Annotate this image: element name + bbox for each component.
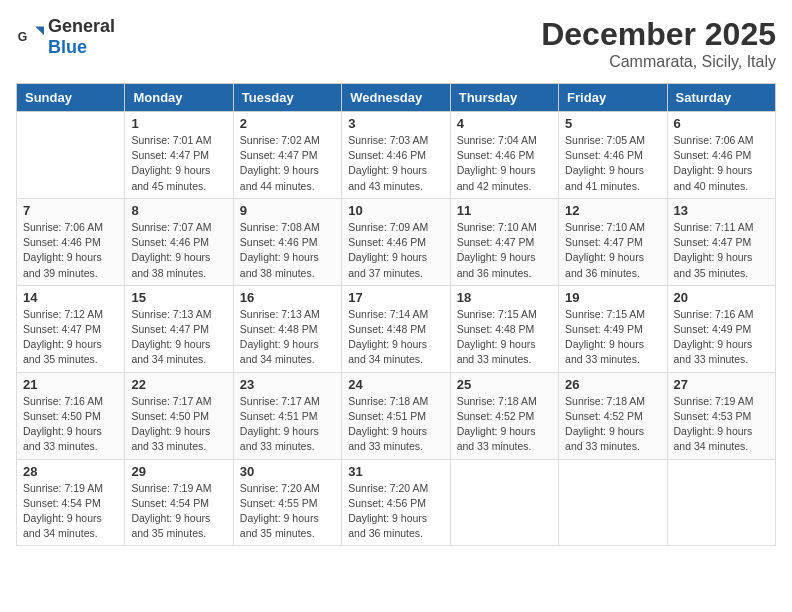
calendar-cell: 12 Sunrise: 7:10 AM Sunset: 4:47 PM Dayl…: [559, 198, 667, 285]
daylight: Daylight: 9 hours and 45 minutes.: [131, 164, 210, 191]
sunset: Sunset: 4:47 PM: [240, 149, 318, 161]
calendar-cell: 1 Sunrise: 7:01 AM Sunset: 4:47 PM Dayli…: [125, 112, 233, 199]
calendar-cell: 29 Sunrise: 7:19 AM Sunset: 4:54 PM Dayl…: [125, 459, 233, 546]
sunset: Sunset: 4:51 PM: [240, 410, 318, 422]
daylight: Daylight: 9 hours and 39 minutes.: [23, 251, 102, 278]
calendar-cell: 22 Sunrise: 7:17 AM Sunset: 4:50 PM Dayl…: [125, 372, 233, 459]
sunrise: Sunrise: 7:02 AM: [240, 134, 320, 146]
sunset: Sunset: 4:46 PM: [131, 236, 209, 248]
calendar-cell: 14 Sunrise: 7:12 AM Sunset: 4:47 PM Dayl…: [17, 285, 125, 372]
sunset: Sunset: 4:46 PM: [348, 149, 426, 161]
daylight: Daylight: 9 hours and 36 minutes.: [565, 251, 644, 278]
col-header-monday: Monday: [125, 84, 233, 112]
daylight: Daylight: 9 hours and 35 minutes.: [131, 512, 210, 539]
daylight: Daylight: 9 hours and 43 minutes.: [348, 164, 427, 191]
day-number: 31: [348, 464, 443, 479]
daylight: Daylight: 9 hours and 42 minutes.: [457, 164, 536, 191]
calendar-week-1: 1 Sunrise: 7:01 AM Sunset: 4:47 PM Dayli…: [17, 112, 776, 199]
sunset: Sunset: 4:46 PM: [674, 149, 752, 161]
calendar-cell: 13 Sunrise: 7:11 AM Sunset: 4:47 PM Dayl…: [667, 198, 775, 285]
cell-info: Sunrise: 7:20 AM Sunset: 4:56 PM Dayligh…: [348, 481, 443, 542]
daylight: Daylight: 9 hours and 33 minutes.: [565, 338, 644, 365]
daylight: Daylight: 9 hours and 38 minutes.: [131, 251, 210, 278]
sunrise: Sunrise: 7:10 AM: [457, 221, 537, 233]
sunset: Sunset: 4:47 PM: [131, 149, 209, 161]
sunset: Sunset: 4:47 PM: [457, 236, 535, 248]
day-number: 2: [240, 116, 335, 131]
sunset: Sunset: 4:48 PM: [348, 323, 426, 335]
calendar-cell: 24 Sunrise: 7:18 AM Sunset: 4:51 PM Dayl…: [342, 372, 450, 459]
sunrise: Sunrise: 7:16 AM: [23, 395, 103, 407]
logo-general: General: [48, 16, 115, 36]
sunrise: Sunrise: 7:04 AM: [457, 134, 537, 146]
sunrise: Sunrise: 7:14 AM: [348, 308, 428, 320]
day-number: 28: [23, 464, 118, 479]
cell-info: Sunrise: 7:13 AM Sunset: 4:48 PM Dayligh…: [240, 307, 335, 368]
day-number: 19: [565, 290, 660, 305]
calendar-week-3: 14 Sunrise: 7:12 AM Sunset: 4:47 PM Dayl…: [17, 285, 776, 372]
day-number: 8: [131, 203, 226, 218]
daylight: Daylight: 9 hours and 38 minutes.: [240, 251, 319, 278]
cell-info: Sunrise: 7:16 AM Sunset: 4:49 PM Dayligh…: [674, 307, 769, 368]
sunrise: Sunrise: 7:05 AM: [565, 134, 645, 146]
cell-info: Sunrise: 7:02 AM Sunset: 4:47 PM Dayligh…: [240, 133, 335, 194]
sunrise: Sunrise: 7:09 AM: [348, 221, 428, 233]
day-number: 9: [240, 203, 335, 218]
daylight: Daylight: 9 hours and 34 minutes.: [348, 338, 427, 365]
logo-blue: Blue: [48, 37, 87, 57]
daylight: Daylight: 9 hours and 33 minutes.: [457, 425, 536, 452]
sunset: Sunset: 4:54 PM: [131, 497, 209, 509]
sunset: Sunset: 4:54 PM: [23, 497, 101, 509]
daylight: Daylight: 9 hours and 33 minutes.: [23, 425, 102, 452]
col-header-thursday: Thursday: [450, 84, 558, 112]
cell-info: Sunrise: 7:13 AM Sunset: 4:47 PM Dayligh…: [131, 307, 226, 368]
cell-info: Sunrise: 7:11 AM Sunset: 4:47 PM Dayligh…: [674, 220, 769, 281]
sunrise: Sunrise: 7:16 AM: [674, 308, 754, 320]
calendar-cell: 20 Sunrise: 7:16 AM Sunset: 4:49 PM Dayl…: [667, 285, 775, 372]
calendar-cell: 28 Sunrise: 7:19 AM Sunset: 4:54 PM Dayl…: [17, 459, 125, 546]
calendar-cell: [667, 459, 775, 546]
cell-info: Sunrise: 7:15 AM Sunset: 4:49 PM Dayligh…: [565, 307, 660, 368]
sunrise: Sunrise: 7:08 AM: [240, 221, 320, 233]
day-number: 17: [348, 290, 443, 305]
sunrise: Sunrise: 7:15 AM: [457, 308, 537, 320]
daylight: Daylight: 9 hours and 36 minutes.: [457, 251, 536, 278]
sunrise: Sunrise: 7:20 AM: [240, 482, 320, 494]
cell-info: Sunrise: 7:07 AM Sunset: 4:46 PM Dayligh…: [131, 220, 226, 281]
col-header-sunday: Sunday: [17, 84, 125, 112]
day-number: 22: [131, 377, 226, 392]
day-number: 30: [240, 464, 335, 479]
page-header: G General Blue December 2025 Cammarata, …: [16, 16, 776, 71]
sunrise: Sunrise: 7:19 AM: [131, 482, 211, 494]
svg-text:G: G: [18, 30, 28, 44]
daylight: Daylight: 9 hours and 33 minutes.: [240, 425, 319, 452]
sunset: Sunset: 4:52 PM: [457, 410, 535, 422]
cell-info: Sunrise: 7:10 AM Sunset: 4:47 PM Dayligh…: [457, 220, 552, 281]
daylight: Daylight: 9 hours and 33 minutes.: [674, 338, 753, 365]
daylight: Daylight: 9 hours and 35 minutes.: [674, 251, 753, 278]
calendar-cell: 27 Sunrise: 7:19 AM Sunset: 4:53 PM Dayl…: [667, 372, 775, 459]
cell-info: Sunrise: 7:04 AM Sunset: 4:46 PM Dayligh…: [457, 133, 552, 194]
calendar-cell: 31 Sunrise: 7:20 AM Sunset: 4:56 PM Dayl…: [342, 459, 450, 546]
location-title: Cammarata, Sicily, Italy: [541, 53, 776, 71]
sunrise: Sunrise: 7:17 AM: [131, 395, 211, 407]
cell-info: Sunrise: 7:14 AM Sunset: 4:48 PM Dayligh…: [348, 307, 443, 368]
logo-wordmark: General Blue: [48, 16, 115, 58]
sunrise: Sunrise: 7:18 AM: [457, 395, 537, 407]
cell-info: Sunrise: 7:19 AM Sunset: 4:54 PM Dayligh…: [23, 481, 118, 542]
day-number: 1: [131, 116, 226, 131]
daylight: Daylight: 9 hours and 34 minutes.: [131, 338, 210, 365]
calendar-cell: 23 Sunrise: 7:17 AM Sunset: 4:51 PM Dayl…: [233, 372, 341, 459]
calendar-cell: 7 Sunrise: 7:06 AM Sunset: 4:46 PM Dayli…: [17, 198, 125, 285]
daylight: Daylight: 9 hours and 33 minutes.: [565, 425, 644, 452]
daylight: Daylight: 9 hours and 35 minutes.: [23, 338, 102, 365]
daylight: Daylight: 9 hours and 34 minutes.: [23, 512, 102, 539]
logo-icon: G: [16, 23, 44, 51]
cell-info: Sunrise: 7:15 AM Sunset: 4:48 PM Dayligh…: [457, 307, 552, 368]
sunset: Sunset: 4:56 PM: [348, 497, 426, 509]
calendar-week-5: 28 Sunrise: 7:19 AM Sunset: 4:54 PM Dayl…: [17, 459, 776, 546]
calendar-cell: [559, 459, 667, 546]
calendar-cell: 16 Sunrise: 7:13 AM Sunset: 4:48 PM Dayl…: [233, 285, 341, 372]
cell-info: Sunrise: 7:03 AM Sunset: 4:46 PM Dayligh…: [348, 133, 443, 194]
day-number: 24: [348, 377, 443, 392]
